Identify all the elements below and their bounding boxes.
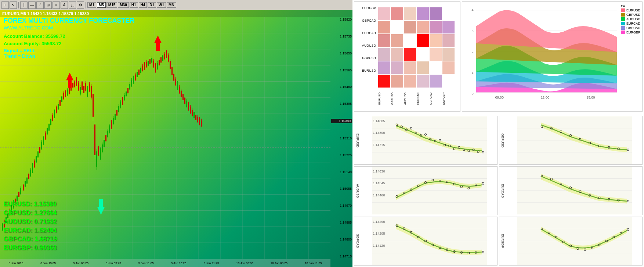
tf-m15[interactable]: M15 (106, 2, 117, 8)
mini-chart-gbpusd: GBPUSD (499, 116, 643, 165)
toolbar-cursor[interactable]: ↖ (10, 1, 17, 9)
tf-m5[interactable]: M5 (97, 2, 106, 8)
col-label-eurusd: EURUSD (378, 88, 391, 110)
price-tick-4: 1.15480 (331, 85, 352, 89)
mini-content-eurgbp (507, 217, 642, 265)
svg-text:1.14290: 1.14290 (373, 220, 385, 224)
mini-content-audusd: 1.14630 1.14545 1.14460 (362, 167, 497, 215)
tf-d1[interactable]: D1 (148, 2, 156, 8)
tf-w1[interactable]: W1 (157, 2, 166, 8)
price-tick-2: 1.15650 (331, 51, 352, 55)
mini-svg-eurcad (507, 167, 642, 215)
cell-2-3 (416, 34, 429, 47)
matrix-row-eurcad: EURCAD (356, 31, 377, 35)
mini-svg-eurgbp (507, 217, 642, 265)
cell-4-3 (416, 61, 429, 75)
cell-3-4 (429, 47, 442, 61)
legend-eurusd: EURUSD (621, 8, 640, 12)
svg-marker-250 (154, 35, 162, 51)
mini-svg-audusd: 1.14630 1.14545 1.14460 (362, 167, 497, 215)
mini-label-eurgbp: EURGBP (501, 234, 504, 248)
mini-charts-grid: EURUSD 1.14885 1.14800 1.14715 (354, 116, 643, 266)
toolbar-vline[interactable]: | (20, 1, 28, 9)
matrix-row-eurgbp: EURGBP (356, 6, 377, 10)
toolbar-sep1 (18, 2, 19, 8)
toolbar-settings[interactable]: ⚙ (77, 1, 84, 9)
cell-2-0 (378, 34, 391, 47)
time-tick-5: 9 Jan 16:25 (171, 261, 187, 265)
matrix-cells (378, 7, 455, 88)
toolbar-grid[interactable]: ⊞ (44, 1, 52, 9)
svg-text:1.14715: 1.14715 (373, 143, 385, 147)
matrix-row-gbpcad: GBPCAD (356, 19, 377, 22)
area-chart-svg: 4- 3- 2- 1- 0- 09:00 12:00 15:00 (464, 3, 641, 110)
mini-label-eurusd: EURUSD (356, 134, 359, 147)
cell-1-2 (404, 21, 416, 34)
mini-content-gbpusd (507, 116, 642, 164)
mini-content-gbpcad: 1.14290 1.14205 1.14120 (362, 217, 497, 265)
toolbar-text[interactable]: A (61, 1, 68, 9)
time-axis: 8 Jan 2019 8 Jan 19:05 9 Jan 00:25 9 Jan… (0, 259, 330, 267)
toolbar-lines[interactable]: ≡ (53, 1, 60, 9)
mini-chart-eurcad: EURCAD (499, 166, 643, 215)
tf-mn[interactable]: MN (167, 2, 176, 8)
svg-text:1.14460: 1.14460 (373, 193, 385, 197)
toolbar-hline[interactable]: — (28, 1, 36, 9)
time-tick-7: 10 Jan 03:05 (236, 261, 253, 265)
eurcad-price: EURCAD: 1.52494 (4, 226, 57, 235)
svg-text:0-: 0- (471, 92, 474, 96)
price-axis: 1.15820 1.15735 1.15650 1.15565 1.15480 … (330, 17, 352, 259)
svg-text:1-: 1- (471, 71, 474, 75)
legend-color-gbpcad (621, 26, 625, 30)
top-charts-row: EURGBP GBPCAD EURCAD AUDUSD GBPUSD EURUS… (354, 1, 643, 114)
cell-0-5 (442, 7, 455, 21)
tf-m1[interactable]: M1 (87, 2, 96, 8)
toolbar-plus[interactable]: + (1, 1, 9, 9)
svg-text:3-: 3- (471, 29, 474, 33)
legend-color-audusd (621, 17, 625, 21)
toolbar-rect[interactable]: ⬚ (69, 1, 76, 9)
chart-title-bar: EURUSD,M5 1.15430 1.15433 1.15379 1.1538… (0, 10, 352, 17)
col-label-eurgbp: EURGBP (442, 88, 455, 110)
legend-color-eurusd (621, 8, 625, 12)
price-labels: EURUSD: 1.15380 GBPUSD: 1.27664 AUDUSD: … (4, 200, 57, 252)
svg-text:1.14800: 1.14800 (373, 131, 385, 135)
tf-m30[interactable]: M30 (118, 2, 129, 8)
matrix-col-labels: EURUSD GBPUSD AUDUSD EURCAD GBPCAD EURGB… (378, 88, 455, 110)
price-tick-8: 1.15140 (331, 170, 352, 174)
tf-h4[interactable]: H4 (139, 2, 147, 8)
svg-text:12:00: 12:00 (541, 96, 549, 99)
time-tick-3: 9 Jan 05:45 (106, 261, 121, 265)
price-tick-3: 1.15565 (331, 68, 352, 72)
cell-3-1 (391, 47, 404, 61)
mini-chart-eurusd: EURUSD 1.14885 1.14800 1.14715 (354, 116, 498, 165)
cell-5-5 (442, 74, 455, 88)
cell-5-0 (378, 74, 391, 88)
mini-label-gbpcad: GBPCAD (356, 234, 359, 248)
svg-text:4-: 4- (471, 8, 474, 12)
audusd-price: AUDUSD: 0.71932 (4, 217, 57, 226)
legend-audusd: AUDUSD (621, 17, 640, 21)
mini-chart-audusd: AUDUSD 1.14630 1.14545 1.14460 (354, 166, 498, 215)
price-tick-13: 1.14715 (331, 254, 352, 258)
cell-1-5 (442, 21, 455, 34)
price-tick-6: 1.15310 (331, 136, 352, 140)
chart-symbol-title: EURUSD,M5 1.15430 1.15433 1.15379 1.1538… (2, 11, 89, 16)
mini-content-eurcad (507, 167, 642, 215)
correlation-matrix: EURGBP GBPCAD EURCAD AUDUSD GBPUSD EURUS… (354, 1, 460, 112)
svg-text:09:00: 09:00 (495, 96, 504, 99)
price-tick-5: 1.15395 (331, 102, 352, 106)
col-label-gbpusd: GBPUSD (391, 88, 404, 110)
time-tick-0: 8 Jan 2019 (9, 261, 23, 265)
cell-5-4 (429, 74, 442, 88)
cell-4-1 (391, 61, 404, 75)
toolbar-trendline[interactable]: / (36, 1, 44, 9)
area-chart-legend: var EURUSD GBPUSD AUDUSD EURCAD (621, 4, 640, 35)
svg-text:2-: 2- (471, 50, 474, 54)
toolbar-sep2 (86, 2, 86, 8)
cell-0-3 (416, 7, 429, 21)
matrix-row-audusd: AUDUSD (356, 44, 377, 47)
legend-label-eurusd: EURUSD (626, 8, 640, 12)
tf-h1[interactable]: H1 (130, 2, 138, 8)
legend-gbpcad: GBPCAD (621, 26, 640, 30)
